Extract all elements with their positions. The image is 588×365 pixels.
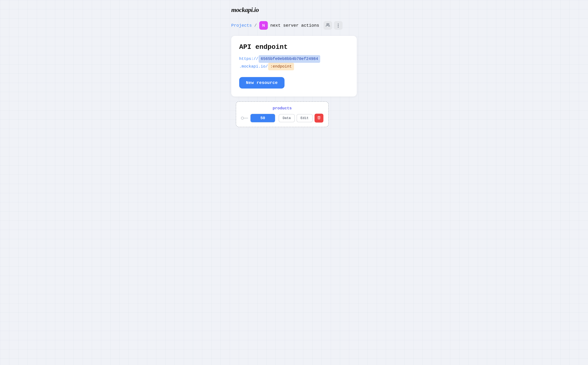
resource-card: products 50 Data Edit xyxy=(236,101,329,127)
trash-icon xyxy=(317,116,321,120)
url-endpoint-param: :endpoint xyxy=(268,63,294,70)
svg-point-0 xyxy=(327,23,328,25)
project-avatar: N xyxy=(259,21,268,30)
connector-line xyxy=(244,118,248,118)
data-button[interactable]: Data xyxy=(279,114,295,122)
connector-circle xyxy=(241,117,244,119)
url-domain: .mockapi.io/ xyxy=(239,63,268,70)
project-name: next server actions xyxy=(270,23,319,28)
delete-button[interactable] xyxy=(315,114,323,123)
edit-button[interactable]: Edit xyxy=(297,114,313,122)
breadcrumb-separator: / xyxy=(254,23,257,28)
breadcrumb-actions: ⋮ xyxy=(324,21,343,30)
app-logo: mockapi.io xyxy=(231,6,357,14)
team-button[interactable] xyxy=(324,21,332,30)
more-icon: ⋮ xyxy=(336,23,340,28)
resource-name: products xyxy=(241,106,323,111)
api-endpoint-card: API endpoint https:// 6565bfe0eb8bb4b70e… xyxy=(231,36,357,97)
resource-row: 50 Data Edit xyxy=(241,114,323,123)
resource-section: products 50 Data Edit xyxy=(233,101,357,127)
resource-count: 50 xyxy=(250,114,275,122)
card-title: API endpoint xyxy=(239,43,349,51)
endpoint-url: https:// 6565bfe0eb8bb4b70ef24984 .mocka… xyxy=(239,55,349,70)
resource-actions: Data Edit xyxy=(279,114,323,123)
resource-connector xyxy=(241,117,248,119)
count-wrapper: 50 xyxy=(250,114,275,123)
team-icon xyxy=(326,23,330,28)
breadcrumb: Projects / N next server actions ⋮ xyxy=(231,21,357,30)
url-id: 6565bfe0eb8bb4b70ef24984 xyxy=(259,55,320,63)
new-resource-button[interactable]: New resource xyxy=(239,77,284,89)
projects-link[interactable]: Projects xyxy=(231,23,252,28)
url-prefix: https:// xyxy=(239,56,258,62)
more-options-button[interactable]: ⋮ xyxy=(334,21,343,30)
